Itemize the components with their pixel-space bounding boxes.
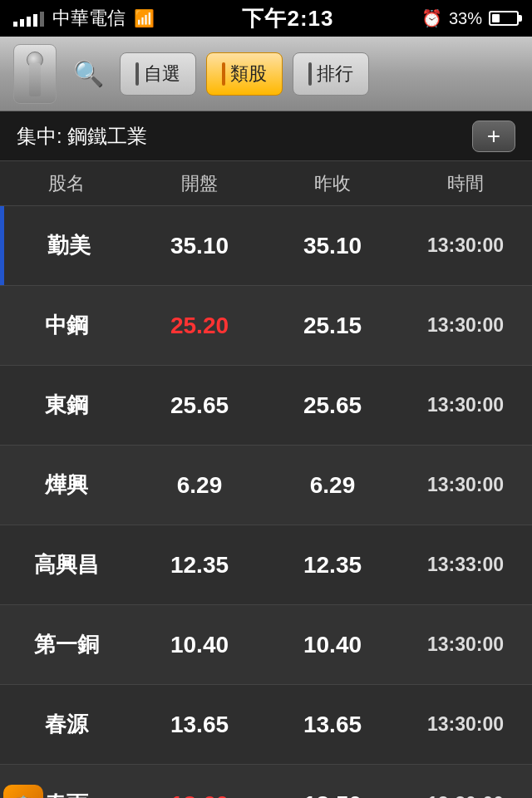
stock-name: 春源 bbox=[0, 710, 133, 739]
stock-name: 高興昌 bbox=[0, 550, 133, 579]
table-row[interactable]: 春源13.6513.6513:30:00 bbox=[0, 685, 532, 765]
ranking-tab[interactable]: 排行 bbox=[293, 52, 369, 96]
table-row[interactable]: 第一銅10.4010.4013:30:00 bbox=[0, 605, 532, 685]
stock-close: 10.40 bbox=[266, 632, 399, 658]
header-name: 股名 bbox=[0, 171, 133, 196]
stock-time: 13:33:00 bbox=[399, 554, 532, 576]
stock-time: 13:30:00 bbox=[399, 474, 532, 496]
stock-time: 13:30:00 bbox=[399, 314, 532, 337]
stock-open: 25.20 bbox=[133, 313, 266, 339]
wifi-icon: 📶 bbox=[134, 8, 155, 28]
category-title: 集中: 鋼鐵工業 bbox=[17, 123, 147, 150]
signal-bars bbox=[13, 10, 44, 27]
header-close: 昨收 bbox=[266, 171, 399, 196]
status-right: ⏰ 33% bbox=[421, 8, 519, 28]
table-row[interactable]: 東鋼25.6525.6513:30:00 bbox=[0, 366, 532, 446]
stock-close: 25.15 bbox=[266, 313, 399, 339]
table-row[interactable]: 高興昌12.3512.3513:33:00 bbox=[0, 525, 532, 605]
stock-time: 13:30:00 bbox=[399, 633, 532, 656]
battery-percent: 33% bbox=[449, 9, 482, 28]
app-logo bbox=[13, 44, 57, 104]
clock-icon: ⏰ bbox=[421, 8, 442, 28]
stock-table: 勤美35.1035.1013:30:00中鋼25.2025.1513:30:00… bbox=[0, 206, 532, 798]
header-open: 開盤 bbox=[133, 171, 266, 196]
table-row[interactable]: 📋春雨13.6013.5013:30:00 bbox=[0, 765, 532, 798]
stock-close: 6.29 bbox=[266, 472, 399, 499]
stock-open: 13.65 bbox=[133, 712, 266, 738]
table-row[interactable]: 燁興6.296.2913:30:00 bbox=[0, 446, 532, 525]
stock-name: 東鋼 bbox=[0, 391, 133, 420]
toolbar: 🔍 自選 類股 排行 bbox=[0, 37, 532, 111]
battery-icon bbox=[489, 11, 519, 26]
stock-name: 勤美 bbox=[0, 231, 133, 260]
header-time: 時間 bbox=[399, 171, 532, 196]
status-bar: 中華電信 📶 下午2:13 ⏰ 33% bbox=[0, 0, 532, 37]
stock-name: 燁興 bbox=[0, 470, 133, 500]
table-row[interactable]: 中鋼25.2025.1513:30:00 bbox=[0, 286, 532, 366]
sector-tab[interactable]: 類股 bbox=[206, 52, 283, 96]
stock-close: 25.65 bbox=[266, 392, 399, 419]
stock-open: 13.60 bbox=[133, 791, 266, 799]
status-left: 中華電信 📶 bbox=[13, 6, 155, 31]
stock-close: 13.65 bbox=[266, 712, 399, 738]
watchlist-tab[interactable]: 自選 bbox=[120, 52, 196, 96]
add-button[interactable]: + bbox=[472, 121, 515, 152]
table-header: 股名 開盤 昨收 時間 bbox=[0, 161, 532, 206]
stock-name: 中鋼 bbox=[0, 311, 133, 340]
stock-close: 13.50 bbox=[266, 791, 399, 799]
stock-time: 13:30:00 bbox=[399, 793, 532, 798]
stock-open: 10.40 bbox=[133, 632, 266, 658]
stock-open: 6.29 bbox=[133, 472, 266, 499]
stock-close: 35.10 bbox=[266, 233, 399, 259]
notification-icon: 📋 bbox=[3, 785, 43, 799]
stock-time: 13:30:00 bbox=[399, 394, 532, 416]
table-row[interactable]: 勤美35.1035.1013:30:00 bbox=[0, 206, 532, 286]
status-time: 下午2:13 bbox=[242, 4, 333, 33]
stock-name: 第一銅 bbox=[0, 630, 133, 659]
category-header: 集中: 鋼鐵工業 + bbox=[0, 111, 532, 161]
carrier-name: 中華電信 bbox=[52, 6, 126, 31]
stock-open: 12.35 bbox=[133, 552, 266, 579]
stock-time: 13:30:00 bbox=[399, 713, 532, 736]
search-button[interactable]: 🔍 bbox=[66, 52, 110, 96]
stock-time: 13:30:00 bbox=[399, 234, 532, 257]
stock-open: 25.65 bbox=[133, 392, 266, 419]
stock-open: 35.10 bbox=[133, 233, 266, 259]
stock-close: 12.35 bbox=[266, 552, 399, 579]
